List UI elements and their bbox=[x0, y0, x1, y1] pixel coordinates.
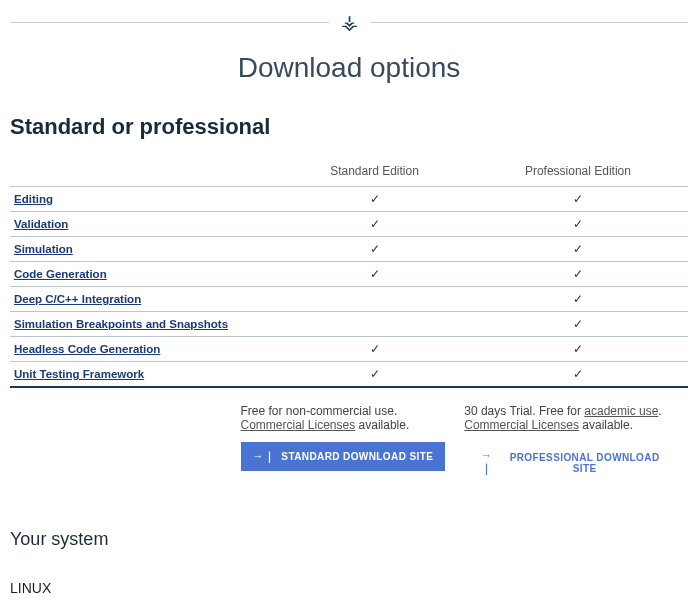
check-icon: ✓ bbox=[370, 217, 380, 231]
table-row: Simulation✓✓ bbox=[10, 237, 688, 262]
table-row: Code Generation✓✓ bbox=[10, 262, 688, 287]
table-row: Validation✓✓ bbox=[10, 212, 688, 237]
arrow-right-icon: →｜ bbox=[253, 449, 276, 464]
academic-use-link[interactable]: academic use bbox=[584, 404, 658, 418]
table-row: Headless Code Generation✓✓ bbox=[10, 337, 688, 362]
page-title: Download options bbox=[10, 52, 688, 84]
table-row: Deep C/C++ Integration✓ bbox=[10, 287, 688, 312]
feature-link[interactable]: Deep C/C++ Integration bbox=[14, 293, 141, 305]
professional-download-button[interactable]: →｜ PROFESSIONAL DOWNLOAD SITE bbox=[464, 442, 678, 483]
feature-link[interactable]: Headless Code Generation bbox=[14, 343, 160, 355]
commercial-licenses-link[interactable]: Commercial Licenses bbox=[241, 418, 356, 432]
table-row: Simulation Breakpoints and Snapshots✓ bbox=[10, 312, 688, 337]
table-row: Editing✓✓ bbox=[10, 187, 688, 212]
section-your-system: Your system bbox=[10, 529, 688, 550]
feature-link[interactable]: Unit Testing Framework bbox=[14, 368, 144, 380]
os-label: LINUX bbox=[10, 580, 688, 596]
check-icon: ✓ bbox=[370, 367, 380, 381]
check-icon: ✓ bbox=[370, 267, 380, 281]
check-icon: ✓ bbox=[573, 267, 583, 281]
check-icon: ✓ bbox=[370, 342, 380, 356]
column-standard: Standard Edition bbox=[281, 158, 468, 187]
check-icon: ✓ bbox=[370, 192, 380, 206]
check-icon: ✓ bbox=[370, 242, 380, 256]
section-standard-professional: Standard or professional bbox=[10, 114, 688, 140]
feature-comparison-table: Standard Edition Professional Edition Ed… bbox=[10, 158, 688, 388]
check-icon: ✓ bbox=[573, 217, 583, 231]
column-professional: Professional Edition bbox=[468, 158, 688, 187]
standard-description: Free for non-commercial use. Commercial … bbox=[241, 398, 465, 489]
feature-link[interactable]: Simulation bbox=[14, 243, 73, 255]
feature-link[interactable]: Simulation Breakpoints and Snapshots bbox=[14, 318, 228, 330]
feature-link[interactable]: Code Generation bbox=[14, 268, 107, 280]
arrow-right-icon: →｜ bbox=[476, 449, 497, 476]
check-icon: ✓ bbox=[573, 342, 583, 356]
ornament-icon: ⚶ bbox=[341, 10, 358, 34]
feature-link[interactable]: Validation bbox=[14, 218, 68, 230]
check-icon: ✓ bbox=[573, 192, 583, 206]
check-icon: ✓ bbox=[573, 242, 583, 256]
check-icon: ✓ bbox=[573, 317, 583, 331]
check-icon: ✓ bbox=[573, 292, 583, 306]
check-icon: ✓ bbox=[573, 367, 583, 381]
table-row: Unit Testing Framework✓✓ bbox=[10, 362, 688, 388]
ornament-divider: ⚶ bbox=[10, 0, 688, 34]
standard-download-button[interactable]: →｜ STANDARD DOWNLOAD SITE bbox=[241, 442, 446, 471]
professional-description: 30 days Trial. Free for academic use. Co… bbox=[464, 398, 688, 489]
feature-link[interactable]: Editing bbox=[14, 193, 53, 205]
commercial-licenses-link-pro[interactable]: Commercial Licenses bbox=[464, 418, 579, 432]
